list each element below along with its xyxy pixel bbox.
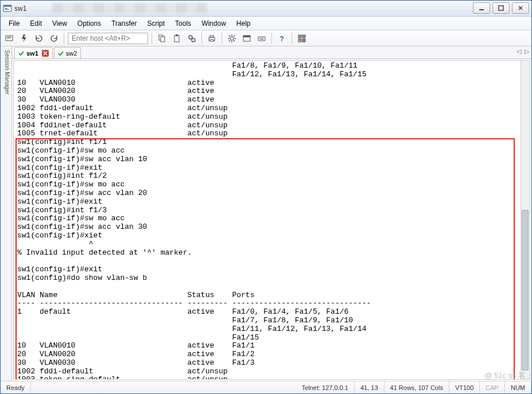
svg-rect-2 xyxy=(5,8,7,9)
tab-close-icon[interactable] xyxy=(42,50,49,57)
minimize-button[interactable] xyxy=(473,2,490,14)
tab-sw1[interactable]: sw1 xyxy=(14,47,53,58)
svg-text:?: ? xyxy=(279,34,284,43)
svg-rect-28 xyxy=(243,36,250,37)
tab-label: sw1 xyxy=(26,50,38,57)
toolbar-separator xyxy=(292,33,292,44)
host-input[interactable] xyxy=(68,33,148,44)
maximize-button[interactable] xyxy=(492,2,510,14)
svg-rect-17 xyxy=(210,40,213,41)
menu-edit[interactable]: Edit xyxy=(25,18,46,29)
connect-icon[interactable] xyxy=(3,32,15,45)
app-icon xyxy=(3,4,12,13)
svg-rect-3 xyxy=(5,9,9,10)
session-options-icon[interactable] xyxy=(240,32,253,45)
svg-rect-30 xyxy=(259,38,261,38)
svg-rect-36 xyxy=(302,35,305,38)
svg-line-25 xyxy=(234,36,235,37)
svg-rect-11 xyxy=(174,36,179,42)
toolbar-separator xyxy=(222,33,222,44)
reconnect-icon[interactable] xyxy=(33,32,45,45)
session-manager-tab[interactable]: Session Manager xyxy=(1,46,12,381)
tab-navigation: ◁ ▷ xyxy=(517,48,529,55)
tab-strip: sw1 sw2 ◁ ▷ xyxy=(12,46,531,59)
status-ready: Ready xyxy=(1,381,31,393)
help-icon[interactable]: ? xyxy=(275,32,288,45)
terminal-output[interactable]: Fa1/8, Fa1/9, Fa1/10, Fa1/11 Fa1/12, Fa1… xyxy=(14,61,530,380)
status-num: NUM xyxy=(505,381,531,393)
status-cursor: 41, 13 xyxy=(355,381,385,393)
menu-view[interactable]: View xyxy=(48,18,72,29)
paste-icon[interactable] xyxy=(170,32,183,45)
tile-icon[interactable] xyxy=(296,32,308,45)
blurred-region xyxy=(52,3,207,13)
vertical-scrollbar[interactable] xyxy=(521,61,530,379)
tab-label: sw2 xyxy=(66,50,77,57)
svg-line-26 xyxy=(229,40,230,41)
svg-rect-12 xyxy=(176,34,178,36)
svg-rect-5 xyxy=(499,6,503,10)
svg-rect-33 xyxy=(260,39,263,40)
disconnect-icon[interactable] xyxy=(48,32,60,45)
toolbar-separator xyxy=(64,33,64,44)
svg-rect-16 xyxy=(210,36,213,37)
terminal-area: Fa1/8, Fa1/9, Fa1/10, Fa1/11 Fa1/12, Fa1… xyxy=(13,60,530,380)
svg-point-13 xyxy=(189,36,192,39)
find-icon[interactable] xyxy=(185,32,198,45)
titlebar: sw1 xyxy=(1,1,531,17)
svg-rect-32 xyxy=(263,38,264,38)
svg-rect-38 xyxy=(302,39,305,42)
check-icon xyxy=(18,50,24,56)
svg-point-14 xyxy=(192,38,195,42)
menubar: File Edit View Options Transfer Script T… xyxy=(1,17,531,30)
window-title: sw1 xyxy=(14,5,26,13)
svg-rect-29 xyxy=(258,37,265,41)
svg-line-24 xyxy=(234,40,235,41)
svg-rect-7 xyxy=(7,37,11,37)
tab-next-icon[interactable]: ▷ xyxy=(525,48,529,55)
menu-help[interactable]: Help xyxy=(232,18,255,29)
svg-rect-10 xyxy=(161,37,165,42)
svg-point-18 xyxy=(230,37,234,40)
tab-prev-icon[interactable]: ◁ xyxy=(517,48,521,55)
menu-tools[interactable]: Tools xyxy=(170,18,196,29)
status-size: 41 Rows, 107 Cols xyxy=(385,381,449,393)
menu-options[interactable]: Options xyxy=(73,18,106,29)
toolbar: ? xyxy=(1,30,531,46)
toolbar-separator xyxy=(152,33,152,44)
status-caps: CAP xyxy=(480,381,505,393)
check-icon xyxy=(58,50,64,56)
quick-connect-icon[interactable] xyxy=(18,32,30,45)
menu-file[interactable]: File xyxy=(4,18,24,29)
svg-rect-35 xyxy=(298,35,301,38)
close-button[interactable] xyxy=(512,2,529,14)
svg-rect-1 xyxy=(3,5,11,7)
settings-icon[interactable] xyxy=(226,32,238,45)
scrollbar-thumb[interactable] xyxy=(522,210,529,370)
copy-icon[interactable] xyxy=(156,32,168,45)
window-controls xyxy=(473,2,529,14)
status-connection: Telnet: 127.0.0.1 xyxy=(296,381,355,393)
watermark: @ 51c os 客 xyxy=(484,370,526,381)
menu-transfer[interactable]: Transfer xyxy=(107,18,141,29)
menu-window[interactable]: Window xyxy=(197,18,231,29)
keymap-icon[interactable] xyxy=(255,32,268,45)
toolbar-separator xyxy=(201,33,202,44)
statusbar: Ready Telnet: 127.0.0.1 41, 13 41 Rows, … xyxy=(1,381,531,393)
svg-rect-31 xyxy=(261,38,262,38)
menu-script[interactable]: Script xyxy=(142,18,169,29)
svg-rect-8 xyxy=(7,38,10,38)
status-emulation: VT100 xyxy=(449,381,480,393)
toolbar-separator xyxy=(271,33,272,44)
tab-sw2[interactable]: sw2 xyxy=(54,47,81,58)
svg-line-23 xyxy=(229,36,230,37)
print-icon[interactable] xyxy=(205,32,218,45)
svg-rect-4 xyxy=(479,9,484,10)
svg-rect-37 xyxy=(298,39,301,42)
